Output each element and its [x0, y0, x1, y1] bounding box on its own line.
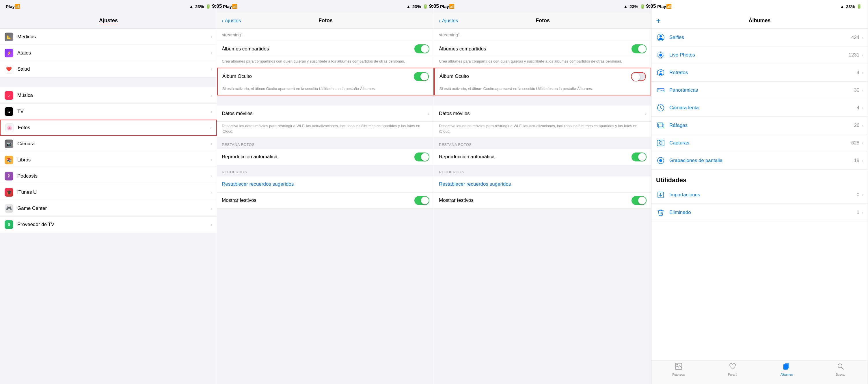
add-button-4[interactable]: +	[656, 16, 661, 25]
battery-text-3: 23%	[629, 4, 638, 9]
reproduccion-toggle-2[interactable]	[414, 152, 429, 162]
settings-item-camara[interactable]: 📷 Cámara ›	[0, 136, 217, 152]
tab-albumes[interactable]: Álbumes	[760, 360, 814, 378]
pestana-fotos-group-3: Reproducción automática	[434, 149, 651, 165]
album-camaralenta[interactable]: Cámara lenta 4 ›	[651, 99, 868, 117]
camara-label: Cámara	[17, 141, 209, 147]
album-retratos[interactable]: Retratos 4 ›	[651, 64, 868, 81]
albumes-compartidos-row-2: Álbumes compartidos	[217, 41, 434, 57]
back-label-3: Ajustes	[442, 18, 458, 24]
svg-marker-5	[657, 69, 664, 76]
toggle-thumb-oculto-2	[421, 73, 428, 80]
tab-buscar[interactable]: Buscar	[814, 360, 868, 378]
nav-bar-1: Ajustes	[0, 13, 217, 29]
reproduccion-label-3: Reproducción automática	[439, 154, 631, 160]
atajos-icon: ⚡	[5, 49, 13, 57]
chevron-salud: ›	[211, 67, 212, 72]
chevron-podcasts: ›	[211, 174, 212, 179]
album-oculto-desc-2: Si está activado, el álbum Oculto aparec…	[218, 84, 433, 95]
album-rafagas[interactable]: Ráfagas 26 ›	[651, 117, 868, 134]
livephotos-icon	[656, 50, 665, 60]
nav-title-3: Fotos	[536, 18, 550, 24]
svg-rect-22	[785, 363, 789, 369]
settings-item-medidas[interactable]: 📐 Medidas ›	[0, 29, 217, 45]
buscar-label: Buscar	[836, 373, 845, 376]
album-capturas[interactable]: Capturas 628 ›	[651, 134, 868, 152]
album-oculto-toggle-3[interactable]	[631, 72, 646, 81]
album-panoramicas[interactable]: Panorámicas 30 ›	[651, 81, 868, 99]
importaciones-count: 0	[857, 192, 859, 198]
panel-settings: Play 📶 9:05 ▲ 23% 🔋 Ajustes 📐 Medidas › …	[0, 0, 217, 384]
datos-moviles-label-3: Datos móviles	[439, 111, 645, 116]
status-bar-2: Play 📶 9:05 ▲ 23% 🔋	[217, 0, 434, 13]
album-livephotos[interactable]: Live Photos 1231 ›	[651, 46, 868, 64]
reproduccion-toggle-3[interactable]	[631, 152, 647, 162]
tv-icon: tv	[5, 107, 13, 116]
festivos-toggle-2[interactable]	[414, 196, 429, 205]
reproduccion-label-2: Reproducción automática	[222, 154, 414, 160]
reproduccion-row-3: Reproducción automática	[434, 149, 651, 165]
status-bar-3: Play 📶 9:05 ▲ 23% 🔋	[434, 0, 651, 13]
chevron-medidas: ›	[211, 34, 212, 39]
panoramicas-name: Panorámicas	[669, 88, 854, 93]
settings-item-atajos[interactable]: ⚡ Atajos ›	[0, 45, 217, 61]
back-button-2[interactable]: ‹ Ajustes	[222, 17, 241, 24]
rafagas-name: Ráfagas	[669, 123, 854, 128]
festivos-toggle-3[interactable]	[631, 196, 647, 205]
restablecer-row-3[interactable]: Restablecer recuerdos sugeridos	[434, 176, 651, 193]
festivos-row-2: Mostrar festivos	[217, 193, 434, 209]
settings-item-salud[interactable]: ❤️ Salud ›	[0, 61, 217, 77]
fotos-icon: 🌸	[5, 124, 14, 132]
nav-bar-4: + Álbumes	[651, 13, 868, 29]
camara-icon: 📷	[5, 140, 13, 148]
capturas-name: Capturas	[669, 140, 851, 146]
parati-label: Para ti	[728, 373, 737, 376]
album-oculto-group-3: Álbum Oculto Si está activado, el álbum …	[434, 68, 651, 96]
settings-item-tv[interactable]: tv TV ›	[0, 104, 217, 119]
album-grabaciones[interactable]: Grabaciones de pantalla 19 ›	[651, 152, 868, 170]
battery-icon-3: 🔋	[640, 4, 645, 9]
settings-item-musica[interactable]: ♪ Música ›	[0, 88, 217, 104]
album-selfies[interactable]: Selfies 424 ›	[651, 29, 868, 46]
albumes-compartidos-group-2: Álbumes compartidos Crea álbumes para co…	[217, 41, 434, 68]
grabaciones-name: Grabaciones de pantalla	[669, 158, 854, 164]
status-bar-1: Play 📶 9:05 ▲ 23% 🔋	[0, 0, 217, 13]
album-oculto-toggle-2[interactable]	[414, 72, 429, 81]
album-eliminado[interactable]: Eliminado 1 ›	[651, 204, 868, 221]
signal-icon-2: ▲	[406, 4, 411, 9]
selfies-count: 424	[851, 35, 859, 40]
albumes-compartidos-toggle-2[interactable]	[414, 44, 429, 53]
album-oculto-desc-3: Si está activado, el álbum Oculto aparec…	[435, 84, 651, 95]
retratos-icon	[656, 68, 665, 77]
medidas-icon: 📐	[5, 33, 13, 41]
albumes-compartidos-toggle-3[interactable]	[631, 44, 647, 53]
tab-parati[interactable]: Para ti	[706, 360, 760, 378]
settings-item-libros[interactable]: 📚 Libros ›	[0, 152, 217, 168]
restablecer-row-2[interactable]: Restablecer recuerdos sugeridos	[217, 176, 434, 193]
battery-text-4: 23%	[846, 4, 855, 9]
settings-item-podcasts[interactable]: 🎙 Podcasts ›	[0, 168, 217, 184]
eliminado-icon	[656, 208, 665, 217]
chevron-fotos: ›	[210, 125, 212, 130]
toggle-thumb-oculto-3	[632, 73, 640, 81]
settings-item-proveedor[interactable]: S Proveedor de TV ›	[0, 216, 217, 233]
datos-moviles-row-2[interactable]: Datos móviles ›	[217, 106, 434, 121]
atajos-label: Atajos	[17, 50, 209, 56]
selfies-icon	[656, 33, 665, 42]
datos-moviles-row-3[interactable]: Datos móviles ›	[434, 106, 651, 121]
svg-rect-9	[657, 123, 663, 127]
chevron-musica: ›	[211, 93, 212, 98]
chevron-eliminado: ›	[862, 210, 863, 215]
toggle-thumb-3a	[638, 45, 646, 53]
back-button-3[interactable]: ‹ Ajustes	[439, 17, 458, 24]
album-oculto-label-2: Álbum Oculto	[222, 73, 414, 79]
tab-fototeca[interactable]: Fototeca	[651, 360, 706, 378]
settings-item-fotos[interactable]: 🌸 Fotos ›	[0, 119, 217, 136]
settings-item-gamecenter[interactable]: 🎮 Game Center ›	[0, 200, 217, 216]
chevron-gamecenter: ›	[211, 206, 212, 211]
libros-label: Libros	[17, 157, 209, 163]
podcasts-label: Podcasts	[17, 173, 209, 179]
panoramicas-count: 30	[854, 88, 859, 93]
album-importaciones[interactable]: Importaciones 0 ›	[651, 186, 868, 204]
settings-item-itunes[interactable]: 🎓 iTunes U ›	[0, 184, 217, 200]
